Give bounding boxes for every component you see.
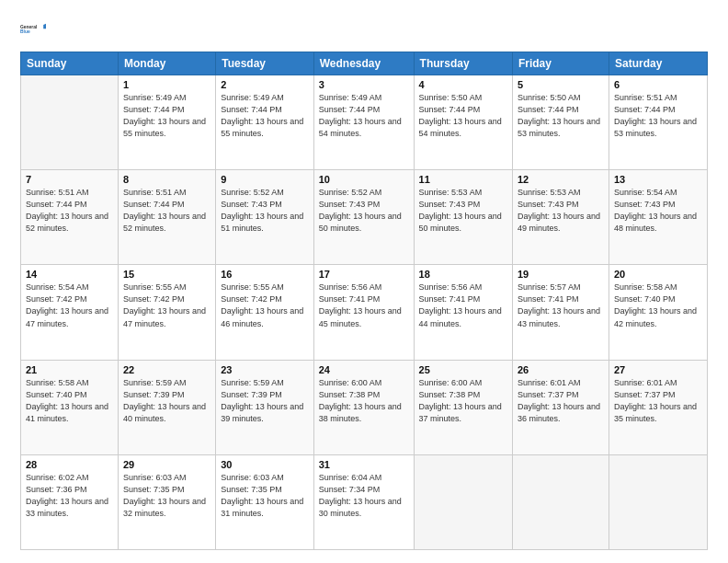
calendar-day-cell: 22Sunrise: 5:59 AMSunset: 7:39 PMDayligh… — [118, 360, 215, 454]
calendar-day-cell — [512, 454, 609, 549]
day-number: 8 — [123, 174, 210, 185]
calendar-day-cell: 21Sunrise: 5:58 AMSunset: 7:40 PMDayligh… — [21, 360, 119, 454]
page: General Blue SundayMondayTuesdayWednesda… — [0, 0, 728, 563]
calendar-week-row: 28Sunrise: 6:02 AMSunset: 7:36 PMDayligh… — [21, 454, 708, 549]
day-number: 23 — [221, 364, 309, 375]
calendar-header-cell: Saturday — [609, 52, 707, 75]
calendar-day-cell: 12Sunrise: 5:53 AMSunset: 7:43 PMDayligh… — [512, 170, 609, 265]
calendar-day-cell: 8Sunrise: 5:51 AMSunset: 7:44 PMDaylight… — [118, 170, 215, 265]
calendar-day-cell: 11Sunrise: 5:53 AMSunset: 7:43 PMDayligh… — [414, 170, 512, 265]
day-info: Sunrise: 6:03 AMSunset: 7:35 PMDaylight:… — [123, 472, 210, 520]
calendar-header-cell: Tuesday — [216, 52, 314, 75]
day-info: Sunrise: 6:00 AMSunset: 7:38 PMDaylight:… — [319, 377, 409, 425]
calendar-day-cell: 3Sunrise: 5:49 AMSunset: 7:44 PMDaylight… — [313, 75, 414, 170]
calendar-day-cell: 28Sunrise: 6:02 AMSunset: 7:36 PMDayligh… — [21, 454, 119, 549]
calendar-week-row: 14Sunrise: 5:54 AMSunset: 7:42 PMDayligh… — [21, 265, 708, 360]
day-info: Sunrise: 5:56 AMSunset: 7:41 PMDaylight:… — [419, 282, 507, 329]
day-number: 27 — [614, 364, 702, 375]
day-number: 30 — [221, 459, 309, 470]
calendar-day-cell: 5Sunrise: 5:50 AMSunset: 7:44 PMDaylight… — [512, 75, 609, 170]
calendar-day-cell: 18Sunrise: 5:56 AMSunset: 7:41 PMDayligh… — [414, 265, 512, 360]
day-info: Sunrise: 5:55 AMSunset: 7:42 PMDaylight:… — [221, 282, 309, 329]
day-number: 24 — [319, 364, 409, 375]
day-info: Sunrise: 6:03 AMSunset: 7:35 PMDaylight:… — [221, 472, 309, 520]
calendar-week-row: 7Sunrise: 5:51 AMSunset: 7:44 PMDaylight… — [21, 170, 708, 265]
day-info: Sunrise: 5:49 AMSunset: 7:44 PMDaylight:… — [123, 92, 210, 140]
day-info: Sunrise: 5:57 AMSunset: 7:41 PMDaylight:… — [518, 282, 604, 329]
calendar-day-cell: 15Sunrise: 5:55 AMSunset: 7:42 PMDayligh… — [118, 265, 215, 360]
day-info: Sunrise: 6:00 AMSunset: 7:38 PMDaylight:… — [419, 377, 507, 425]
day-number: 15 — [123, 269, 210, 280]
day-number: 2 — [221, 79, 309, 90]
day-info: Sunrise: 5:52 AMSunset: 7:43 PMDaylight:… — [221, 187, 309, 235]
day-info: Sunrise: 5:55 AMSunset: 7:42 PMDaylight:… — [123, 282, 210, 329]
calendar-day-cell: 30Sunrise: 6:03 AMSunset: 7:35 PMDayligh… — [216, 454, 314, 549]
calendar-header-cell: Monday — [118, 52, 215, 75]
calendar-day-cell: 7Sunrise: 5:51 AMSunset: 7:44 PMDaylight… — [21, 170, 119, 265]
calendar-week-row: 1Sunrise: 5:49 AMSunset: 7:44 PMDaylight… — [21, 75, 708, 170]
calendar-day-cell: 25Sunrise: 6:00 AMSunset: 7:38 PMDayligh… — [414, 360, 512, 454]
calendar-day-cell: 6Sunrise: 5:51 AMSunset: 7:44 PMDaylight… — [609, 75, 707, 170]
calendar-day-cell: 20Sunrise: 5:58 AMSunset: 7:40 PMDayligh… — [609, 265, 707, 360]
day-number: 17 — [319, 269, 409, 280]
calendar-day-cell: 4Sunrise: 5:50 AMSunset: 7:44 PMDaylight… — [414, 75, 512, 170]
calendar-day-cell: 19Sunrise: 5:57 AMSunset: 7:41 PMDayligh… — [512, 265, 609, 360]
day-info: Sunrise: 5:51 AMSunset: 7:44 PMDaylight:… — [123, 187, 210, 235]
svg-marker-2 — [43, 24, 46, 29]
day-number: 14 — [26, 269, 113, 280]
calendar-table: SundayMondayTuesdayWednesdayThursdayFrid… — [20, 52, 708, 550]
calendar-header-cell: Sunday — [21, 52, 119, 75]
logo: General Blue — [20, 17, 46, 42]
day-number: 11 — [419, 174, 507, 185]
calendar-day-cell: 27Sunrise: 6:01 AMSunset: 7:37 PMDayligh… — [609, 360, 707, 454]
day-info: Sunrise: 5:51 AMSunset: 7:44 PMDaylight:… — [26, 187, 113, 235]
calendar-day-cell — [414, 454, 512, 549]
calendar-day-cell: 9Sunrise: 5:52 AMSunset: 7:43 PMDaylight… — [216, 170, 314, 265]
calendar-header-cell: Friday — [512, 52, 609, 75]
day-number: 31 — [319, 459, 409, 470]
day-number: 25 — [419, 364, 507, 375]
day-info: Sunrise: 5:50 AMSunset: 7:44 PMDaylight:… — [518, 92, 604, 140]
day-info: Sunrise: 5:54 AMSunset: 7:43 PMDaylight:… — [614, 187, 702, 235]
day-number: 4 — [419, 79, 507, 90]
calendar-day-cell: 2Sunrise: 5:49 AMSunset: 7:44 PMDaylight… — [216, 75, 314, 170]
calendar-header-row: SundayMondayTuesdayWednesdayThursdayFrid… — [21, 52, 708, 75]
day-number: 13 — [614, 174, 702, 185]
day-number: 16 — [221, 269, 309, 280]
calendar-day-cell: 1Sunrise: 5:49 AMSunset: 7:44 PMDaylight… — [118, 75, 215, 170]
day-number: 5 — [518, 79, 604, 90]
calendar-day-cell: 10Sunrise: 5:52 AMSunset: 7:43 PMDayligh… — [313, 170, 414, 265]
day-number: 20 — [614, 269, 702, 280]
day-info: Sunrise: 5:53 AMSunset: 7:43 PMDaylight:… — [419, 187, 507, 235]
day-info: Sunrise: 5:54 AMSunset: 7:42 PMDaylight:… — [26, 282, 113, 329]
logo-icon: General Blue — [20, 17, 46, 42]
calendar-day-cell: 29Sunrise: 6:03 AMSunset: 7:35 PMDayligh… — [118, 454, 215, 549]
day-number: 9 — [221, 174, 309, 185]
day-info: Sunrise: 5:52 AMSunset: 7:43 PMDaylight:… — [319, 187, 409, 235]
day-number: 28 — [26, 459, 113, 470]
svg-text:Blue: Blue — [20, 29, 30, 34]
header: General Blue — [20, 17, 708, 42]
day-number: 1 — [123, 79, 210, 90]
calendar-week-row: 21Sunrise: 5:58 AMSunset: 7:40 PMDayligh… — [21, 360, 708, 454]
day-info: Sunrise: 5:51 AMSunset: 7:44 PMDaylight:… — [614, 92, 702, 140]
day-info: Sunrise: 5:49 AMSunset: 7:44 PMDaylight:… — [221, 92, 309, 140]
day-number: 19 — [518, 269, 604, 280]
day-number: 3 — [319, 79, 409, 90]
day-number: 6 — [614, 79, 702, 90]
calendar-day-cell — [21, 75, 119, 170]
day-number: 7 — [26, 174, 113, 185]
calendar-day-cell: 13Sunrise: 5:54 AMSunset: 7:43 PMDayligh… — [609, 170, 707, 265]
day-number: 10 — [319, 174, 409, 185]
day-info: Sunrise: 5:56 AMSunset: 7:41 PMDaylight:… — [319, 282, 409, 329]
day-info: Sunrise: 5:49 AMSunset: 7:44 PMDaylight:… — [319, 92, 409, 140]
day-info: Sunrise: 5:59 AMSunset: 7:39 PMDaylight:… — [123, 377, 210, 425]
day-info: Sunrise: 5:59 AMSunset: 7:39 PMDaylight:… — [221, 377, 309, 425]
calendar-day-cell: 16Sunrise: 5:55 AMSunset: 7:42 PMDayligh… — [216, 265, 314, 360]
day-number: 18 — [419, 269, 507, 280]
day-info: Sunrise: 6:01 AMSunset: 7:37 PMDaylight:… — [614, 377, 702, 425]
calendar-day-cell: 14Sunrise: 5:54 AMSunset: 7:42 PMDayligh… — [21, 265, 119, 360]
calendar-day-cell: 31Sunrise: 6:04 AMSunset: 7:34 PMDayligh… — [313, 454, 414, 549]
day-info: Sunrise: 6:04 AMSunset: 7:34 PMDaylight:… — [319, 472, 409, 520]
day-info: Sunrise: 5:50 AMSunset: 7:44 PMDaylight:… — [419, 92, 507, 140]
